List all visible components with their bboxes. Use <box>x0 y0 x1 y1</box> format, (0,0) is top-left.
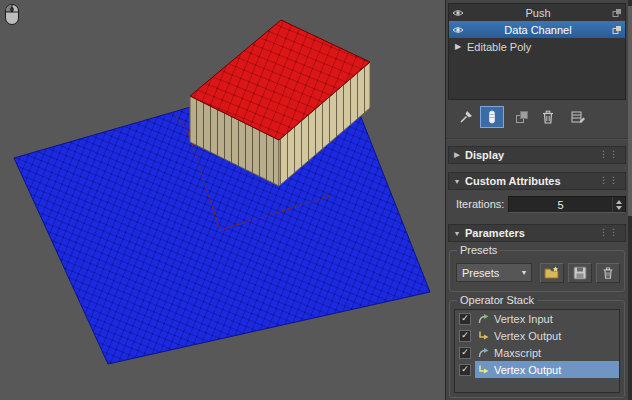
visibility-eye-icon[interactable] <box>449 25 467 35</box>
checkbox-checked[interactable]: ✓ <box>459 330 471 342</box>
rollout-title: Parameters <box>465 227 525 239</box>
make-unique-icon <box>514 109 530 125</box>
operator-label: Maxscript <box>494 347 541 359</box>
iterations-label: Iterations: <box>456 198 504 210</box>
vertex-input-icon <box>475 313 492 325</box>
trash-icon <box>540 109 556 125</box>
presets-group-label: Presets <box>457 244 500 256</box>
pin-stack-button[interactable] <box>454 106 478 128</box>
rollout-grip-icon: ⋮⋮ <box>599 175 619 185</box>
presets-group: Presets Presets ▼ <box>449 250 625 292</box>
spinner-down-icon[interactable] <box>616 206 622 210</box>
modifier-row-editable-poly[interactable]: ▶ Editable Poly <box>449 38 625 55</box>
expand-arrow-icon[interactable]: ▶ <box>449 42 467 51</box>
modifier-stack-list[interactable]: Push Data Channel ▶ Editable Poly <box>448 3 626 100</box>
save-preset-button[interactable] <box>568 263 592 283</box>
vertex-output-icon <box>475 364 492 376</box>
operator-label: Vertex Input <box>494 313 553 325</box>
operator-row[interactable]: ✓ Vertex Input <box>455 310 619 327</box>
rollout-title: Custom Attributes <box>465 175 561 187</box>
operator-stack-group: Operator Stack ✓ Vertex Input ✓ <box>449 300 625 398</box>
trash-icon <box>601 266 615 280</box>
configure-modifier-sets-icon <box>570 109 586 125</box>
operator-stack-label: Operator Stack <box>457 294 537 306</box>
modifier-pin-icon[interactable] <box>609 8 625 18</box>
panel-scrollbar-thumb[interactable] <box>628 6 632 216</box>
rollout-parameters[interactable]: ▼ Parameters ⋮⋮ <box>448 224 626 242</box>
configure-modifier-sets-button[interactable] <box>566 106 590 128</box>
new-preset-button[interactable] <box>540 263 564 283</box>
folder-icon <box>544 266 560 280</box>
operator-label: Vertex Output <box>494 364 561 376</box>
operator-row-selected[interactable]: ✓ Vertex Output <box>455 361 619 378</box>
make-unique-button[interactable] <box>510 106 534 128</box>
modifier-label: Data Channel <box>467 24 609 36</box>
spinner-up-icon[interactable] <box>616 200 622 204</box>
rollout-grip-icon: ⋮⋮ <box>599 227 619 237</box>
operator-row[interactable]: ✓ Maxscript <box>455 344 619 361</box>
rollout-display[interactable]: ▶ Display ⋮⋮ <box>448 146 626 164</box>
operator-stack-list[interactable]: ✓ Vertex Input ✓ Vertex Output <box>454 309 620 393</box>
modifier-label: Editable Poly <box>467 41 625 53</box>
checkbox-checked[interactable]: ✓ <box>459 313 471 325</box>
spinner-arrows[interactable] <box>612 197 625 212</box>
modifier-stack-toolbar <box>448 104 626 132</box>
rollout-arrow-icon: ▶ <box>449 151 465 159</box>
panel-divider <box>446 138 632 140</box>
presets-dropdown-value: Presets <box>457 267 517 279</box>
iterations-row: Iterations: 5 <box>448 196 626 214</box>
modifier-row-push[interactable]: Push <box>449 4 625 21</box>
delete-preset-button[interactable] <box>596 263 620 283</box>
presets-dropdown[interactable]: Presets ▼ <box>456 263 532 282</box>
rollout-custom-attributes[interactable]: ▼ Custom Attributes ⋮⋮ <box>448 172 626 190</box>
rollout-arrow-icon: ▼ <box>449 230 465 237</box>
panel-scrollbar[interactable] <box>628 0 632 400</box>
checkbox-checked[interactable]: ✓ <box>459 347 471 359</box>
mouse-icon <box>4 3 22 27</box>
rollout-title: Display <box>465 149 504 161</box>
iterations-spinner[interactable]: 5 <box>508 196 626 213</box>
command-panel: Push Data Channel ▶ Editable Poly <box>445 0 632 400</box>
remove-modifier-button[interactable] <box>536 106 560 128</box>
iterations-value[interactable]: 5 <box>509 199 612 211</box>
modifier-row-data-channel[interactable]: Data Channel <box>449 21 625 38</box>
operator-label: Vertex Output <box>494 330 561 342</box>
show-end-result-icon <box>484 109 500 125</box>
checkbox-checked[interactable]: ✓ <box>459 364 471 376</box>
modifier-pin-icon[interactable] <box>609 25 625 35</box>
rollout-grip-icon: ⋮⋮ <box>599 149 619 159</box>
operator-row[interactable]: ✓ Vertex Output <box>455 327 619 344</box>
modifier-label: Push <box>467 7 609 19</box>
rollout-arrow-icon: ▼ <box>449 178 465 185</box>
chevron-down-icon[interactable]: ▼ <box>517 269 531 276</box>
viewport-scene <box>0 0 445 400</box>
vertex-output-icon <box>475 330 492 342</box>
visibility-eye-icon[interactable] <box>449 8 467 18</box>
viewport[interactable] <box>0 0 445 400</box>
maxscript-icon <box>475 347 492 359</box>
floppy-disk-icon <box>573 266 587 280</box>
pin-stack-icon <box>458 109 474 125</box>
application-window: Push Data Channel ▶ Editable Poly <box>0 0 632 400</box>
show-end-result-button[interactable] <box>480 106 504 128</box>
